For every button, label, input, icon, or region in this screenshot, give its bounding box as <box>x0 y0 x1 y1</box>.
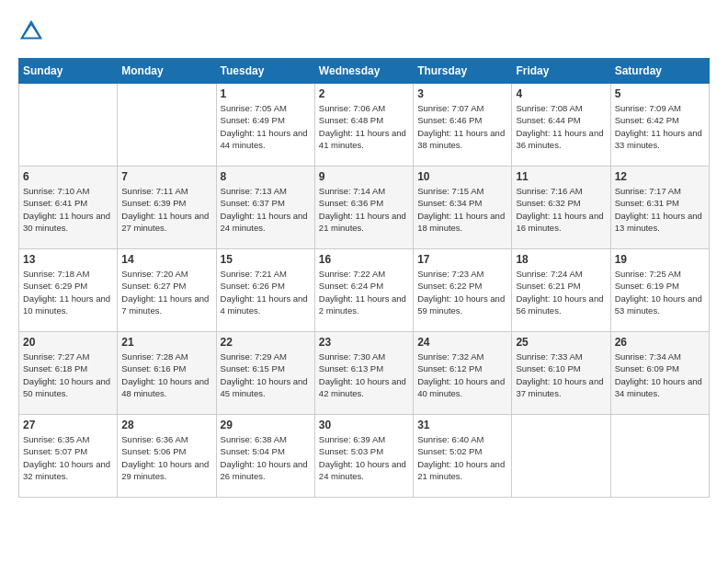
calendar-table: SundayMondayTuesdayWednesdayThursdayFrid… <box>18 58 710 498</box>
cell-info: Sunrise: 7:27 AM Sunset: 6:18 PM Dayligh… <box>23 350 113 399</box>
day-number: 6 <box>23 170 113 183</box>
weekday-header: Monday <box>118 59 216 84</box>
day-number: 20 <box>23 336 113 349</box>
calendar-week-row: 20Sunrise: 7:27 AM Sunset: 6:18 PM Dayli… <box>19 332 710 415</box>
calendar-cell: 27Sunrise: 6:35 AM Sunset: 5:07 PM Dayli… <box>19 415 118 498</box>
day-number: 11 <box>516 170 606 183</box>
cell-info: Sunrise: 7:15 AM Sunset: 6:34 PM Dayligh… <box>417 185 507 234</box>
cell-info: Sunrise: 6:35 AM Sunset: 5:07 PM Dayligh… <box>23 433 113 482</box>
day-number: 3 <box>417 87 507 100</box>
day-number: 30 <box>319 419 409 431</box>
calendar-cell: 10Sunrise: 7:15 AM Sunset: 6:34 PM Dayli… <box>414 167 512 249</box>
calendar-cell: 20Sunrise: 7:27 AM Sunset: 6:18 PM Dayli… <box>19 332 118 415</box>
cell-info: Sunrise: 6:38 AM Sunset: 5:04 PM Dayligh… <box>221 433 311 482</box>
cell-info: Sunrise: 7:29 AM Sunset: 6:15 PM Dayligh… <box>221 350 311 399</box>
day-number: 14 <box>121 253 211 266</box>
cell-info: Sunrise: 7:34 AM Sunset: 6:09 PM Dayligh… <box>615 350 705 399</box>
calendar-cell <box>512 415 610 498</box>
calendar-week-row: 6Sunrise: 7:10 AM Sunset: 6:41 PM Daylig… <box>19 167 710 249</box>
calendar-cell: 9Sunrise: 7:14 AM Sunset: 6:36 PM Daylig… <box>314 167 413 249</box>
day-number: 31 <box>417 419 507 431</box>
day-number: 22 <box>221 336 311 349</box>
day-number: 29 <box>221 419 311 431</box>
cell-info: Sunrise: 7:10 AM Sunset: 6:41 PM Dayligh… <box>23 185 113 234</box>
weekday-header: Wednesday <box>314 59 413 84</box>
calendar-cell: 2Sunrise: 7:06 AM Sunset: 6:48 PM Daylig… <box>314 84 413 167</box>
cell-info: Sunrise: 7:17 AM Sunset: 6:31 PM Dayligh… <box>615 185 705 234</box>
cell-info: Sunrise: 6:40 AM Sunset: 5:02 PM Dayligh… <box>417 433 507 482</box>
day-number: 5 <box>615 87 705 100</box>
calendar-cell: 12Sunrise: 7:17 AM Sunset: 6:31 PM Dayli… <box>610 167 709 249</box>
day-number: 21 <box>121 336 211 349</box>
calendar-cell: 14Sunrise: 7:20 AM Sunset: 6:27 PM Dayli… <box>118 249 216 332</box>
calendar-cell: 7Sunrise: 7:11 AM Sunset: 6:39 PM Daylig… <box>118 167 216 249</box>
calendar-cell: 22Sunrise: 7:29 AM Sunset: 6:15 PM Dayli… <box>216 332 314 415</box>
logo-icon <box>18 18 44 44</box>
day-number: 9 <box>319 170 409 183</box>
calendar-cell: 23Sunrise: 7:30 AM Sunset: 6:13 PM Dayli… <box>314 332 413 415</box>
calendar-cell: 1Sunrise: 7:05 AM Sunset: 6:49 PM Daylig… <box>216 84 314 167</box>
weekday-header: Thursday <box>414 59 512 84</box>
day-number: 19 <box>615 253 705 266</box>
calendar-cell: 18Sunrise: 7:24 AM Sunset: 6:21 PM Dayli… <box>512 249 610 332</box>
calendar-cell: 30Sunrise: 6:39 AM Sunset: 5:03 PM Dayli… <box>314 415 413 498</box>
cell-info: Sunrise: 7:18 AM Sunset: 6:29 PM Dayligh… <box>23 268 113 316</box>
day-number: 23 <box>319 336 409 349</box>
day-number: 10 <box>417 170 507 183</box>
day-number: 24 <box>417 336 507 349</box>
calendar-week-row: 1Sunrise: 7:05 AM Sunset: 6:49 PM Daylig… <box>19 84 710 167</box>
calendar-cell: 26Sunrise: 7:34 AM Sunset: 6:09 PM Dayli… <box>610 332 709 415</box>
cell-info: Sunrise: 6:36 AM Sunset: 5:06 PM Dayligh… <box>121 433 211 482</box>
day-number: 15 <box>221 253 311 266</box>
cell-info: Sunrise: 7:11 AM Sunset: 6:39 PM Dayligh… <box>121 185 211 234</box>
day-number: 4 <box>516 87 606 100</box>
cell-info: Sunrise: 7:14 AM Sunset: 6:36 PM Dayligh… <box>319 185 409 234</box>
cell-info: Sunrise: 7:21 AM Sunset: 6:26 PM Dayligh… <box>221 268 311 316</box>
calendar-cell: 11Sunrise: 7:16 AM Sunset: 6:32 PM Dayli… <box>512 167 610 249</box>
cell-info: Sunrise: 7:05 AM Sunset: 6:49 PM Dayligh… <box>221 102 311 151</box>
cell-info: Sunrise: 7:09 AM Sunset: 6:42 PM Dayligh… <box>615 102 705 151</box>
calendar-cell: 31Sunrise: 6:40 AM Sunset: 5:02 PM Dayli… <box>414 415 512 498</box>
day-number: 25 <box>516 336 606 349</box>
cell-info: Sunrise: 7:06 AM Sunset: 6:48 PM Dayligh… <box>319 102 409 151</box>
calendar-cell: 16Sunrise: 7:22 AM Sunset: 6:24 PM Dayli… <box>314 249 413 332</box>
cell-info: Sunrise: 7:16 AM Sunset: 6:32 PM Dayligh… <box>516 185 606 234</box>
day-number: 17 <box>417 253 507 266</box>
calendar-cell: 28Sunrise: 6:36 AM Sunset: 5:06 PM Dayli… <box>118 415 216 498</box>
cell-info: Sunrise: 7:20 AM Sunset: 6:27 PM Dayligh… <box>121 268 211 316</box>
calendar-cell <box>118 84 216 167</box>
day-number: 2 <box>319 87 409 100</box>
cell-info: Sunrise: 7:30 AM Sunset: 6:13 PM Dayligh… <box>319 350 409 399</box>
calendar-cell: 24Sunrise: 7:32 AM Sunset: 6:12 PM Dayli… <box>414 332 512 415</box>
day-number: 27 <box>23 419 113 431</box>
cell-info: Sunrise: 7:24 AM Sunset: 6:21 PM Dayligh… <box>516 268 606 316</box>
cell-info: Sunrise: 7:08 AM Sunset: 6:44 PM Dayligh… <box>516 102 606 151</box>
calendar-cell: 29Sunrise: 6:38 AM Sunset: 5:04 PM Dayli… <box>216 415 314 498</box>
day-number: 16 <box>319 253 409 266</box>
day-number: 7 <box>121 170 211 183</box>
cell-info: Sunrise: 7:25 AM Sunset: 6:19 PM Dayligh… <box>615 268 705 316</box>
page-header <box>18 18 710 44</box>
calendar-cell <box>610 415 709 498</box>
calendar-cell: 19Sunrise: 7:25 AM Sunset: 6:19 PM Dayli… <box>610 249 709 332</box>
day-number: 28 <box>121 419 211 431</box>
cell-info: Sunrise: 7:22 AM Sunset: 6:24 PM Dayligh… <box>319 268 409 316</box>
calendar-cell: 8Sunrise: 7:13 AM Sunset: 6:37 PM Daylig… <box>216 167 314 249</box>
calendar-week-row: 13Sunrise: 7:18 AM Sunset: 6:29 PM Dayli… <box>19 249 710 332</box>
calendar-cell: 15Sunrise: 7:21 AM Sunset: 6:26 PM Dayli… <box>216 249 314 332</box>
cell-info: Sunrise: 7:32 AM Sunset: 6:12 PM Dayligh… <box>417 350 507 399</box>
weekday-header: Sunday <box>19 59 118 84</box>
weekday-header: Friday <box>512 59 610 84</box>
calendar-cell: 21Sunrise: 7:28 AM Sunset: 6:16 PM Dayli… <box>118 332 216 415</box>
calendar-week-row: 27Sunrise: 6:35 AM Sunset: 5:07 PM Dayli… <box>19 415 710 498</box>
day-number: 8 <box>221 170 311 183</box>
weekday-header: Tuesday <box>216 59 314 84</box>
calendar-cell: 4Sunrise: 7:08 AM Sunset: 6:44 PM Daylig… <box>512 84 610 167</box>
day-number: 18 <box>516 253 606 266</box>
cell-info: Sunrise: 7:13 AM Sunset: 6:37 PM Dayligh… <box>221 185 311 234</box>
cell-info: Sunrise: 7:33 AM Sunset: 6:10 PM Dayligh… <box>516 350 606 399</box>
logo <box>18 18 49 44</box>
weekday-header: Saturday <box>610 59 709 84</box>
day-number: 1 <box>221 87 311 100</box>
calendar-cell: 3Sunrise: 7:07 AM Sunset: 6:46 PM Daylig… <box>414 84 512 167</box>
